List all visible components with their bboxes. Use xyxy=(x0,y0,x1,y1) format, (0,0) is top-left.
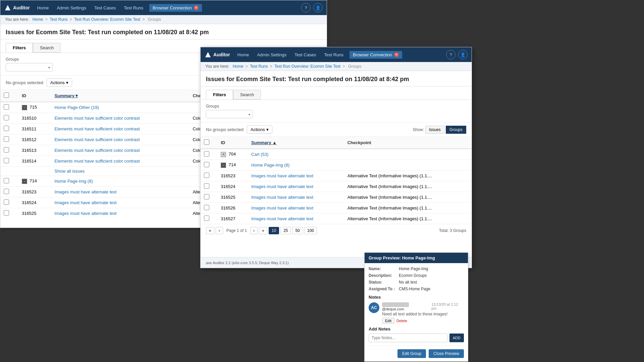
bg-expand-icon[interactable]: - xyxy=(22,179,27,184)
bg-issue-link[interactable]: Elements must have sufficient color cont… xyxy=(55,148,140,153)
bg-bc-groups: Groups xyxy=(148,17,161,22)
bg-row-checkbox[interactable] xyxy=(4,158,9,163)
bg-row-checkbox[interactable] xyxy=(4,147,9,153)
fg-breadcrumb: You are here: Home > Test Runs > Test Ru… xyxy=(201,62,472,71)
bg-brand-name: Auditor xyxy=(13,5,30,10)
pg-size-50[interactable]: 50 xyxy=(292,227,303,234)
note-edit-button[interactable]: Edit xyxy=(382,318,394,324)
fg-nav-tab-browser[interactable]: Browser Connection ✕ xyxy=(350,51,402,59)
fg-row-checkbox[interactable] xyxy=(204,194,209,199)
fg-tab-close[interactable]: ✕ xyxy=(394,52,399,57)
fg-row-checkbox[interactable] xyxy=(204,173,209,178)
fg-row-checkbox[interactable] xyxy=(204,183,209,189)
fg-bc-overview[interactable]: Test Run Overview: Ecomm Site Test xyxy=(274,64,340,69)
fg-user-button[interactable]: 👤 xyxy=(458,50,468,59)
bg-row-checkbox[interactable] xyxy=(4,199,9,205)
fg-expand-icon[interactable]: + xyxy=(221,152,226,157)
add-note-button[interactable]: ADD xyxy=(449,334,464,342)
bg-group-link[interactable]: Home Page-Other (19) xyxy=(55,105,99,110)
bg-issue-link[interactable]: Images must have alternate text xyxy=(55,211,117,216)
note-delete-button[interactable]: Delete xyxy=(396,318,407,324)
fg-toolbar-right: Show: Issues Groups xyxy=(413,126,466,134)
fg-group-link[interactable]: Home Page-Img (8) xyxy=(251,163,289,168)
fg-issue-link[interactable]: Images must have alternate text xyxy=(251,195,313,200)
bg-group-link[interactable]: Home Page-Img (8) xyxy=(55,179,93,184)
bg-bc-home[interactable]: Home xyxy=(33,17,43,22)
bg-user-button[interactable]: 👤 xyxy=(313,3,323,12)
pg-size-25[interactable]: 25 xyxy=(280,227,291,234)
bg-issue-link[interactable]: Elements must have sufficient color cont… xyxy=(55,116,140,121)
bg-show-all-link[interactable]: Show all issues xyxy=(55,169,85,174)
bg-help-button[interactable]: ? xyxy=(301,3,311,12)
bg-nav-testcases[interactable]: Test Cases xyxy=(91,4,119,12)
fg-row-checkbox[interactable] xyxy=(204,205,209,210)
fg-groups-select[interactable] xyxy=(206,110,253,118)
bg-row-checkbox[interactable] xyxy=(4,210,9,216)
bg-row-id: 316513 xyxy=(18,145,51,156)
fg-row-checkbox[interactable] xyxy=(204,216,209,221)
bg-select-all-checkbox[interactable] xyxy=(4,93,9,98)
fg-nav-testruns[interactable]: Test Runs xyxy=(321,51,347,59)
bg-no-groups: No groups selected xyxy=(6,80,43,85)
bg-row-checkbox[interactable] xyxy=(4,126,9,131)
fg-help-button[interactable]: ? xyxy=(446,50,455,59)
bg-expand-icon[interactable]: - xyxy=(22,105,27,110)
bg-row-checkbox[interactable] xyxy=(4,104,9,110)
fg-issue-link[interactable]: Images must have alternate text xyxy=(251,184,313,189)
fg-row-checkpoint xyxy=(344,160,472,171)
fg-show-issues-btn[interactable]: Issues xyxy=(425,126,444,134)
fg-nav-home[interactable]: Home xyxy=(234,51,253,59)
edit-group-button[interactable]: Edit Group xyxy=(397,349,426,358)
fg-select-all-checkbox[interactable] xyxy=(204,139,209,145)
fg-row-id: 316525 xyxy=(217,192,248,203)
close-preview-button[interactable]: Close Preview xyxy=(429,349,464,358)
bg-actions-button[interactable]: Actions ▾ xyxy=(47,78,72,87)
fg-th-summary[interactable]: Summary ▲ xyxy=(251,140,277,145)
bg-row-checkbox[interactable] xyxy=(4,189,9,194)
fg-nav-admin[interactable]: Admin Settings xyxy=(254,51,289,59)
bg-nav-tab-browser[interactable]: Browser Connection ✕ xyxy=(149,4,202,12)
pg-size-100[interactable]: 100 xyxy=(304,227,317,234)
bg-issue-link[interactable]: Elements must have sufficient color cont… xyxy=(55,126,140,131)
fg-search-tab[interactable]: Search xyxy=(233,90,261,100)
fg-bc-home[interactable]: Home xyxy=(233,64,244,69)
bg-bc-overview[interactable]: Test Run Overview: Ecomm Site Test xyxy=(74,17,140,22)
pg-prev[interactable]: ‹ xyxy=(216,227,223,234)
fg-issue-link[interactable]: Images must have alternate text xyxy=(251,173,313,178)
pg-first[interactable]: « xyxy=(206,227,214,234)
bg-nav-admin[interactable]: Admin Settings xyxy=(53,4,89,12)
bg-bc-testruns[interactable]: Test Runs xyxy=(50,17,67,22)
note-item: AC @deque.com 11/13/20 at 1:12 pm Need a… xyxy=(369,302,464,324)
fg-filters-tab[interactable]: Filters xyxy=(206,90,233,100)
bg-tab-close[interactable]: ✕ xyxy=(194,5,199,10)
bg-th-summary[interactable]: Summary ▾ xyxy=(55,93,78,98)
pg-size-10[interactable]: 10 xyxy=(269,227,279,234)
bg-row-checkbox[interactable] xyxy=(4,136,9,142)
fg-actions-chevron: ▾ xyxy=(266,127,269,132)
bg-issue-link[interactable]: Images must have alternate text xyxy=(55,200,117,205)
pg-last[interactable]: » xyxy=(259,227,267,234)
bg-filters-tab[interactable]: Filters xyxy=(6,43,33,53)
bg-issue-link[interactable]: Elements must have sufficient color cont… xyxy=(55,159,140,164)
fg-issue-link[interactable]: Images must have alternate text xyxy=(251,216,313,221)
fg-issue-link[interactable]: Images must have alternate text xyxy=(251,205,313,210)
bg-nav-home[interactable]: Home xyxy=(34,4,52,12)
fg-row-checkbox[interactable] xyxy=(204,162,209,167)
pg-next[interactable]: › xyxy=(250,227,258,234)
notes-input[interactable] xyxy=(369,334,447,342)
fg-expand-icon[interactable]: - xyxy=(221,163,226,168)
fg-row-checkbox[interactable] xyxy=(204,151,209,157)
bg-nav-testruns[interactable]: Test Runs xyxy=(120,4,147,12)
bg-row-id: 316511 xyxy=(18,124,51,134)
bg-search-tab[interactable]: Search xyxy=(33,43,61,53)
bg-groups-select[interactable] xyxy=(6,63,53,71)
bg-issue-link[interactable]: Elements must have sufficient color cont… xyxy=(55,137,140,142)
fg-bc-testruns[interactable]: Test Runs xyxy=(250,64,268,69)
fg-show-groups-btn[interactable]: Groups xyxy=(446,126,466,134)
bg-row-checkbox[interactable] xyxy=(4,115,9,120)
bg-issue-link[interactable]: Images must have alternate text xyxy=(55,189,117,194)
fg-nav-testcases[interactable]: Test Cases xyxy=(291,51,319,59)
bg-row-checkbox[interactable] xyxy=(4,178,9,183)
fg-group-link[interactable]: Cart (53) xyxy=(251,152,268,157)
fg-actions-button[interactable]: Actions ▾ xyxy=(247,125,272,134)
